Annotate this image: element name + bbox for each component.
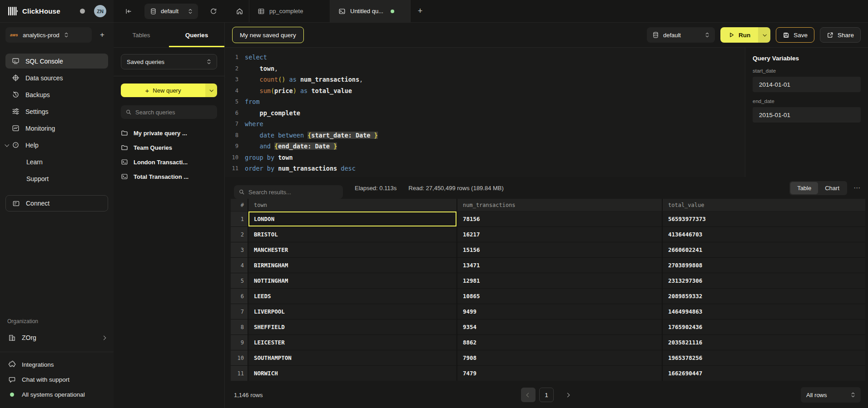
more-options-icon[interactable]: ⋯ — [853, 184, 861, 192]
sidebar-item-system-status[interactable]: All systems operational — [5, 388, 108, 402]
page-number[interactable]: 1 — [539, 388, 554, 402]
town-cell[interactable]: NORWICH — [248, 366, 456, 381]
total-value-cell[interactable]: 4136446703 — [663, 227, 865, 242]
run-options-caret[interactable] — [758, 27, 770, 43]
collapse-sidebar-icon[interactable] — [123, 5, 134, 17]
add-service-plus-icon[interactable]: + — [96, 29, 108, 41]
town-cell[interactable]: BRISTOL — [248, 227, 456, 242]
sidebar-item-sql-console[interactable]: SQL Console — [5, 54, 108, 69]
num-transactions-cell[interactable]: 7479 — [457, 366, 662, 381]
sidebar-item-backups[interactable]: Backups — [5, 87, 108, 102]
prev-page-button[interactable] — [521, 388, 536, 402]
start-date-input[interactable] — [753, 77, 861, 92]
sidebar-item-support[interactable]: Support — [5, 171, 108, 186]
search-queries-input[interactable] — [135, 109, 213, 116]
total-value-cell[interactable]: 1662690447 — [663, 366, 865, 381]
notification-dot[interactable] — [80, 9, 85, 14]
run-database-selector[interactable]: default — [647, 27, 715, 43]
query-folder-item[interactable]: My private query ... — [121, 127, 217, 139]
column-header-num-transactions[interactable]: num_transactions — [457, 199, 662, 211]
total-value-cell[interactable]: 2089859332 — [663, 289, 865, 304]
saved-query-tab[interactable]: My new saved query — [232, 27, 304, 43]
query-folder-item[interactable]: Team Queries — [121, 142, 217, 153]
code-line[interactable]: 4 sum(price) as total_value — [225, 85, 745, 97]
database-selector[interactable]: default — [144, 4, 198, 19]
connect-button[interactable]: Connect — [5, 195, 108, 211]
sidebar-item-integrations[interactable]: Integrations — [5, 358, 108, 372]
new-tab-plus-icon[interactable]: + — [411, 0, 430, 22]
run-button[interactable]: Run — [720, 27, 770, 43]
column-header-town[interactable]: town — [248, 199, 456, 211]
town-cell[interactable]: MANCHESTER — [248, 242, 456, 257]
view-chart-button[interactable]: Chart — [818, 182, 846, 194]
code-line[interactable]: 5from — [225, 96, 745, 108]
sidebar-item-data-sources[interactable]: Data sources — [5, 70, 108, 85]
home-icon[interactable] — [230, 0, 249, 22]
num-transactions-cell[interactable]: 9499 — [457, 304, 662, 319]
code-line[interactable]: 6 pp_complete — [225, 108, 745, 119]
code-line[interactable]: 1select — [225, 52, 745, 63]
town-cell[interactable]: SOUTHAMPTON — [248, 350, 456, 365]
tab-queries[interactable]: Queries — [169, 23, 224, 47]
sql-editor[interactable]: 1select2 town,3 count() as num_transacti… — [225, 48, 745, 177]
column-header-total-value[interactable]: total_value — [663, 199, 865, 211]
town-cell[interactable]: LEICESTER — [248, 335, 456, 350]
sidebar-item-help[interactable]: ? Help — [5, 138, 108, 152]
code-line[interactable]: 3 count() as num_transactions, — [225, 74, 745, 85]
save-button[interactable]: Save — [776, 27, 814, 43]
column-header-index[interactable]: # — [231, 199, 248, 211]
town-cell[interactable]: SHEFFIELD — [248, 320, 456, 334]
total-value-cell[interactable]: 2313297306 — [663, 273, 865, 288]
num-transactions-cell[interactable]: 13471 — [457, 258, 662, 273]
sidebar-item-chat-support[interactable]: Chat with support — [5, 373, 108, 387]
sidebar-item-learn[interactable]: Learn — [5, 154, 108, 169]
refresh-icon[interactable] — [207, 5, 220, 18]
new-query-caret[interactable] — [205, 84, 217, 97]
code-line[interactable]: 9 and {end_date: Date } — [225, 141, 745, 152]
search-results-input[interactable] — [248, 189, 338, 196]
organization-item[interactable]: ZOrg — [5, 330, 108, 345]
code-line[interactable]: 8 date between {start_date: Date } — [225, 130, 745, 141]
tab-pp-complete[interactable]: pp_complete — [249, 0, 330, 22]
code-line[interactable]: 11order by num_transactions desc — [225, 163, 745, 174]
town-cell[interactable]: LIVERPOOL — [248, 304, 456, 319]
town-cell[interactable]: BIRMINGHAM — [248, 258, 456, 273]
num-transactions-cell[interactable]: 10865 — [457, 289, 662, 304]
total-value-cell[interactable]: 2703899808 — [663, 258, 865, 273]
share-button[interactable]: Share — [820, 27, 861, 43]
queries-panel: Tables Queries Saved queries + New — [114, 23, 225, 408]
view-table-button[interactable]: Table — [790, 182, 818, 194]
next-page-button[interactable] — [561, 388, 574, 402]
num-transactions-cell[interactable]: 8862 — [457, 335, 662, 350]
code-line[interactable]: 7where — [225, 118, 745, 130]
tab-untitled-query[interactable]: Untitled qu... — [330, 0, 411, 22]
page-size-selector[interactable]: All rows — [801, 387, 861, 403]
total-value-cell[interactable]: 1765902436 — [663, 320, 865, 334]
town-cell[interactable]: NOTTINGHAM — [248, 273, 456, 288]
num-transactions-cell[interactable]: 12981 — [457, 273, 662, 288]
town-cell[interactable]: LEEDS — [248, 289, 456, 304]
code-line[interactable]: 10group by town — [225, 152, 745, 163]
end-date-input[interactable] — [753, 107, 861, 123]
num-transactions-cell[interactable]: 7908 — [457, 350, 662, 365]
num-transactions-cell[interactable]: 9354 — [457, 320, 662, 334]
code-line[interactable]: 2 town, — [225, 63, 745, 74]
avatar[interactable]: ZN — [94, 5, 106, 17]
num-transactions-cell[interactable]: 16217 — [457, 227, 662, 242]
tab-tables[interactable]: Tables — [114, 23, 169, 47]
sidebar-item-monitoring[interactable]: Monitoring — [5, 121, 108, 136]
town-cell[interactable]: LONDON — [248, 211, 456, 226]
total-value-cell[interactable]: 2660602241 — [663, 242, 865, 257]
total-value-cell[interactable]: 2035821116 — [663, 335, 865, 350]
total-value-cell[interactable]: 56593977373 — [663, 211, 865, 226]
total-value-cell[interactable]: 1965378256 — [663, 350, 865, 365]
query-item[interactable]: London Transacti... — [121, 156, 217, 168]
query-item[interactable]: Total Transaction ... — [121, 171, 217, 182]
num-transactions-cell[interactable]: 78156 — [457, 211, 662, 226]
service-selector[interactable]: aws analytics-prod — [5, 27, 92, 43]
total-value-cell[interactable]: 1464994863 — [663, 304, 865, 319]
sidebar-item-settings[interactable]: Settings — [5, 104, 108, 119]
new-query-button[interactable]: + New query — [121, 84, 217, 97]
num-transactions-cell[interactable]: 15156 — [457, 242, 662, 257]
saved-queries-select[interactable]: Saved queries — [121, 54, 217, 69]
